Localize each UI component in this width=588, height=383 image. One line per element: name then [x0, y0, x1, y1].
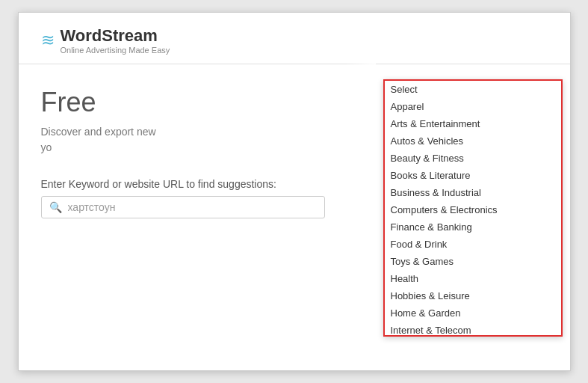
dropdown-item-home[interactable]: Home & Garden — [385, 304, 561, 322]
search-icon: 🔍 — [49, 201, 62, 213]
dropdown-item-health[interactable]: Health — [385, 270, 561, 287]
dropdown-item-books[interactable]: Books & Literature — [385, 167, 561, 184]
dropdown-item-internet[interactable]: Internet & Telecom — [385, 322, 561, 335]
dropdown-item-toys_games[interactable]: Toys & Games — [385, 253, 561, 270]
dropdown-item-autos[interactable]: Autos & Vehicles — [385, 132, 561, 150]
dropdown-item-computers[interactable]: Computers & Electronics — [385, 201, 561, 218]
main-content: Free Discover and export newyo Enter Key… — [19, 64, 570, 233]
dropdown-item-beauty[interactable]: Beauty & Fitness — [385, 150, 561, 167]
header: ≋ WordStream Online Advertising Made Eas… — [19, 13, 570, 64]
logo-waves-icon: ≋ — [41, 34, 53, 46]
category-dropdown-list[interactable]: SelectApparelArts & EntertainmentAutos &… — [385, 81, 561, 335]
dropdown-item-apparel[interactable]: Apparel — [385, 98, 561, 115]
dropdown-overlay: SelectApparelArts & EntertainmentAutos &… — [383, 79, 563, 337]
dropdown-item-arts[interactable]: Arts & Entertainment — [385, 115, 561, 132]
search-input-wrapper[interactable]: 🔍 — [41, 196, 325, 218]
logo-tagline: Online Advertising Made Easy — [61, 46, 170, 55]
dropdown-item-food[interactable]: Food & Drink — [385, 236, 561, 253]
dropdown-item-hobbies[interactable]: Hobbies & Leisure — [385, 287, 561, 304]
dropdown-item-business[interactable]: Business & Industrial — [385, 184, 561, 201]
logo-name: WordStream — [61, 26, 170, 46]
dropdown-item-finance[interactable]: Finance & Banking — [385, 218, 561, 236]
dropdown-item-select[interactable]: Select — [385, 81, 561, 98]
main-window: ≋ WordStream Online Advertising Made Eas… — [18, 12, 571, 371]
logo-block: WordStream Online Advertising Made Easy — [61, 26, 170, 55]
search-input[interactable] — [68, 201, 317, 213]
